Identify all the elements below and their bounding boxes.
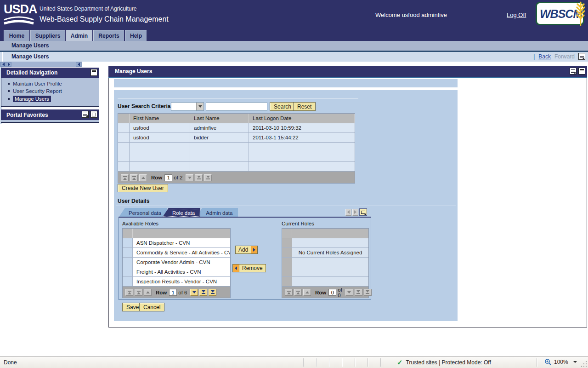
tabs-scroll-right-icon[interactable] <box>352 209 358 216</box>
first-row-icon[interactable] <box>125 289 133 296</box>
role-item[interactable]: Corporate Vendor Admin - CVN <box>133 258 230 267</box>
search-criteria-dropdown[interactable] <box>171 102 204 111</box>
available-roles-pager: Row of 6 <box>123 287 230 298</box>
row-down-icon[interactable] <box>190 289 198 296</box>
tab-reports[interactable]: Reports <box>93 30 124 41</box>
row-label: Row <box>151 175 162 180</box>
row-up-icon[interactable] <box>144 289 152 296</box>
usda-logo: USDA <box>4 2 34 27</box>
panel-options-icon[interactable] <box>570 68 577 75</box>
current-row-input[interactable] <box>164 174 172 181</box>
arrow-left-icon <box>233 264 239 272</box>
row-down-icon[interactable] <box>186 174 193 181</box>
role-row-empty <box>282 258 368 267</box>
wbscm-logo: WBSCM <box>536 2 584 25</box>
row-selector[interactable] <box>118 123 130 133</box>
table-row: usfood bidder 2011-03-1 15:44:22 <box>118 133 355 143</box>
page-down-icon[interactable] <box>355 289 362 296</box>
resize-grip[interactable] <box>586 366 587 367</box>
tab-suppliers[interactable]: Suppliers <box>30 30 65 41</box>
current-row-input[interactable] <box>169 289 177 296</box>
page-down-icon[interactable] <box>195 174 203 181</box>
page-title: Manage Users <box>11 53 49 60</box>
first-row-icon[interactable] <box>121 174 129 181</box>
detailed-navigation-header: Detailed Navigation <box>1 68 99 78</box>
first-row-icon[interactable] <box>285 289 293 296</box>
role-item[interactable]: Inspection Results - Vendor - CVN <box>133 277 230 287</box>
role-row-empty <box>282 277 368 287</box>
row-up-icon[interactable] <box>303 289 311 296</box>
row-selector[interactable] <box>123 267 133 277</box>
search-button[interactable]: Search <box>270 102 295 111</box>
scroll-right-icon[interactable] <box>6 62 11 67</box>
row-count-text: of 2 <box>174 175 182 180</box>
current-row-input[interactable] <box>328 289 336 296</box>
scroll-left-icon[interactable] <box>0 62 6 67</box>
page-up-icon[interactable] <box>294 289 302 296</box>
row-down-icon[interactable] <box>345 289 353 296</box>
sidebar-horizontal-scrollbar[interactable] <box>0 62 82 67</box>
subnav-title[interactable]: Manage Users <box>11 42 49 49</box>
log-off-link[interactable]: Log Off <box>507 12 526 18</box>
last-row-icon[interactable] <box>209 289 216 296</box>
panel-menu-icon[interactable] <box>82 111 89 118</box>
role-item[interactable]: ASN Dispatcher - CVN <box>133 238 230 248</box>
last-row-icon[interactable] <box>364 289 372 296</box>
page-up-icon[interactable] <box>130 174 138 181</box>
row-count-text: of 0 <box>338 287 342 298</box>
table-row-empty <box>118 152 355 162</box>
available-roles-table: ASN Dispatcher - CVN Commodity & Service… <box>122 228 231 298</box>
row-selector[interactable] <box>123 258 133 267</box>
row-selector[interactable] <box>123 277 133 287</box>
tab-role-data[interactable]: Role data <box>162 208 200 218</box>
tab-home[interactable]: Home <box>4 30 29 41</box>
row-selector[interactable] <box>123 238 133 248</box>
remove-role-button[interactable]: Remove <box>232 264 266 272</box>
sidebar-item-manage-users[interactable]: Manage Users <box>1 95 99 103</box>
cancel-button[interactable]: Cancel <box>139 303 164 311</box>
role-row: Corporate Vendor Admin - CVN <box>123 258 230 267</box>
row-up-icon[interactable] <box>139 174 147 181</box>
tab-admin-data[interactable]: Admin data <box>196 208 238 218</box>
zoom-magnifier-icon <box>544 358 552 366</box>
chevron-down-icon[interactable] <box>196 103 204 110</box>
selector-column-header <box>118 114 130 123</box>
row-selector[interactable] <box>123 248 133 258</box>
page-down-icon[interactable] <box>199 289 207 296</box>
tab-personal-data[interactable]: Personal data <box>119 208 167 218</box>
dropdown-value <box>171 103 196 110</box>
content-divider <box>118 98 358 99</box>
content-panel-title: Manage Users <box>115 68 152 75</box>
collapse-panel-icon[interactable] <box>90 69 97 76</box>
column-last-name: Last Name <box>190 114 249 123</box>
add-role-button[interactable]: Add <box>235 246 258 254</box>
reset-button[interactable]: Reset <box>293 102 316 111</box>
welcome-text: Welcome usfood adminfive <box>365 12 457 18</box>
detach-tab-icon[interactable] <box>359 208 367 216</box>
tab-admin[interactable]: Admin <box>66 30 92 41</box>
forward-link[interactable]: Forward <box>554 53 575 60</box>
search-value-input[interactable] <box>206 102 267 111</box>
role-item[interactable]: Commodity & Service - All Activities - C… <box>133 248 230 258</box>
detailed-navigation-body: Maintain User Profile User Security Repo… <box>1 78 99 107</box>
row-selector[interactable] <box>118 133 130 143</box>
last-row-icon[interactable] <box>204 174 212 181</box>
minimize-panel-icon[interactable] <box>578 68 585 75</box>
history-menu-icon[interactable] <box>578 53 585 60</box>
tabs-scroll-left-icon[interactable] <box>345 209 351 216</box>
expand-panel-icon[interactable] <box>90 111 97 118</box>
column-last-logon-date: Last Logon Date <box>249 114 355 123</box>
sidebar-item-maintain-user-profile[interactable]: Maintain User Profile <box>1 80 99 87</box>
history-separator: | <box>533 53 535 60</box>
bullet-icon <box>8 83 10 85</box>
portal-favorites-header: Portal Favorites <box>1 109 99 120</box>
sidebar-item-user-security-report[interactable]: User Security Report <box>1 87 99 95</box>
back-link[interactable]: Back <box>538 53 551 60</box>
zoom-control[interactable]: 100% <box>544 358 577 366</box>
page-up-icon[interactable] <box>135 289 142 296</box>
scroll-collapse-icon[interactable] <box>76 62 81 67</box>
create-new-user-button[interactable]: Create New User <box>118 184 168 192</box>
role-item[interactable]: Freight - All Activities - CVN <box>133 267 230 277</box>
tab-help[interactable]: Help <box>125 30 147 41</box>
subnav-bar: Manage Users <box>0 41 588 51</box>
